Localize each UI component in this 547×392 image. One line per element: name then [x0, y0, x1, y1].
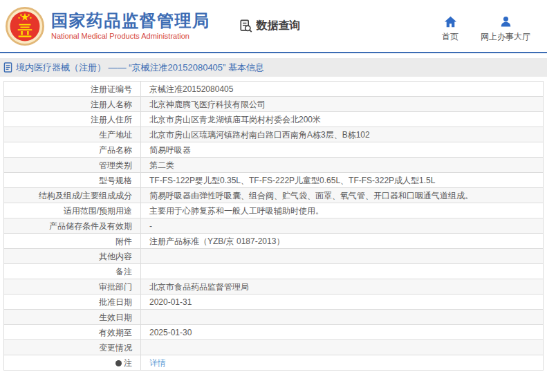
- field-value: [141, 340, 544, 355]
- table-row: 批准日期2020-01-31: [4, 295, 544, 310]
- field-label: 型号规格: [4, 173, 141, 188]
- agency-names: 国家药品监督管理局 National Medical Products Admi…: [51, 12, 210, 40]
- table-row: 适用范围/预期用途主要用于心肺复苏和一般人工呼吸辅助时使用。: [4, 203, 544, 218]
- field-label: 产品储存条件及有效期: [4, 218, 141, 234]
- table-row: 备注: [4, 264, 544, 279]
- field-value: [141, 249, 544, 264]
- field-value: 北京市食品药品监督管理局: [141, 279, 544, 295]
- field-label: 其他内容: [4, 249, 141, 264]
- document-search-icon: [239, 19, 253, 33]
- person-icon: [500, 16, 512, 28]
- field-label: 注册人住所: [4, 112, 141, 127]
- registration-info-table: 注册证编号京械注准20152080405注册人名称北京神鹿腾飞医疗科技有限公司注…: [3, 81, 544, 371]
- nav-home-label: 首页: [442, 31, 458, 43]
- agency-subtitle: National Medical Products Administration: [51, 32, 210, 40]
- field-value: [141, 310, 544, 325]
- table-row: 注册证编号京械注准20152080405: [4, 82, 544, 97]
- table-row: 变更情况: [4, 340, 544, 355]
- field-value: 京械注准20152080405: [141, 82, 544, 97]
- field-value: [141, 264, 544, 279]
- note-icon: [115, 360, 122, 366]
- breadcrumb: 境内医疗器械（注册） —— “京械注准20152080405” 基本信息: [16, 62, 264, 74]
- table-row: 有效期至2025-01-30: [4, 325, 544, 340]
- field-label: 结构及组成/主要组成成分: [4, 188, 141, 203]
- field-label: 注: [4, 355, 141, 371]
- field-value: TF-FS-122P婴儿型0.35L、TF-FS-222P儿童型0.65L、TF…: [141, 173, 544, 188]
- table-row: 产品名称简易呼吸器: [4, 142, 544, 158]
- field-label: 生效日期: [4, 310, 141, 325]
- field-label: 附件: [4, 234, 141, 249]
- data-query-label: 数据查询: [257, 19, 301, 33]
- field-label: 有效期至: [4, 325, 141, 340]
- details-link[interactable]: 详情: [149, 358, 166, 368]
- field-label: 生产地址: [4, 127, 141, 142]
- field-value: 第二类: [141, 158, 544, 173]
- top-nav: 首页 网上办事大厅: [442, 9, 530, 43]
- field-value: 2025-01-30: [141, 325, 544, 340]
- home-icon: [444, 16, 457, 28]
- field-label: 注册证编号: [4, 82, 141, 97]
- national-emblem-icon: [6, 7, 44, 46]
- site-header: 国家药品监督管理局 National Medical Products Admi…: [0, 0, 547, 53]
- table-row: 生产地址北京市房山区琉璃河镇路村南白路口西南角A栋3层、B栋102: [4, 127, 544, 142]
- table-row: 注册人住所北京市房山区青龙湖镇庙耳岗村村委会北200米: [4, 112, 544, 127]
- field-value: -: [141, 218, 544, 234]
- table-row: 注册人名称北京神鹿腾飞医疗科技有限公司: [4, 97, 544, 112]
- field-label: 变更情况: [4, 340, 141, 355]
- field-label: 适用范围/预期用途: [4, 203, 141, 218]
- field-value: 简易呼吸器: [141, 142, 544, 158]
- table-row: 型号规格TF-FS-122P婴儿型0.35L、TF-FS-222P儿童型0.65…: [4, 173, 544, 188]
- field-label: 审批部门: [4, 279, 141, 295]
- field-label: 批准日期: [4, 295, 141, 310]
- field-value: 主要用于心肺复苏和一般人工呼吸辅助时使用。: [141, 203, 544, 218]
- table-row: 管理类别第二类: [4, 158, 544, 173]
- table-row: 审批部门北京市食品药品监督管理局: [4, 279, 544, 295]
- agency-title: 国家药品监督管理局: [51, 12, 210, 30]
- info-table-body: 注册证编号京械注准20152080405注册人名称北京神鹿腾飞医疗科技有限公司注…: [4, 82, 544, 371]
- nav-hall-label: 网上办事大厅: [481, 31, 530, 43]
- table-row: 结构及组成/主要组成成分简易呼吸器由弹性呼吸囊、组合阀、贮气袋、面罩、氧气管、开…: [4, 188, 544, 203]
- field-value: 北京市房山区青龙湖镇庙耳岗村村委会北200米: [141, 112, 544, 127]
- field-label: 备注: [4, 264, 141, 279]
- field-value: 北京市房山区琉璃河镇路村南白路口西南角A栋3层、B栋102: [141, 127, 544, 142]
- table-row: 注详情: [4, 355, 544, 371]
- field-value: 2020-01-31: [141, 295, 544, 310]
- breadcrumb-bar: 境内医疗器械（注册） —— “京械注准20152080405” 基本信息: [0, 58, 547, 77]
- data-query-button[interactable]: 数据查询: [239, 19, 301, 33]
- document-icon: [3, 62, 12, 73]
- table-row: 生效日期: [4, 310, 544, 325]
- nav-online-hall[interactable]: 网上办事大厅: [481, 16, 530, 43]
- table-row: 产品储存条件及有效期-: [4, 218, 544, 234]
- table-row: 附件注册产品标准（YZB/京 0187-2013）: [4, 234, 544, 249]
- field-value: 详情: [141, 355, 544, 371]
- field-label: 管理类别: [4, 158, 141, 173]
- field-value: 简易呼吸器由弹性呼吸囊、组合阀、贮气袋、面罩、氧气管、开口器和口咽通气道组成。: [141, 188, 544, 203]
- field-value: 北京神鹿腾飞医疗科技有限公司: [141, 97, 544, 112]
- nav-home[interactable]: 首页: [442, 16, 458, 43]
- field-label: 产品名称: [4, 142, 141, 158]
- field-label: 注册人名称: [4, 97, 141, 112]
- agency-logo[interactable]: 国家药品监督管理局 National Medical Products Admi…: [6, 7, 210, 46]
- table-row: 其他内容: [4, 249, 544, 264]
- field-value: 注册产品标准（YZB/京 0187-2013）: [141, 234, 544, 249]
